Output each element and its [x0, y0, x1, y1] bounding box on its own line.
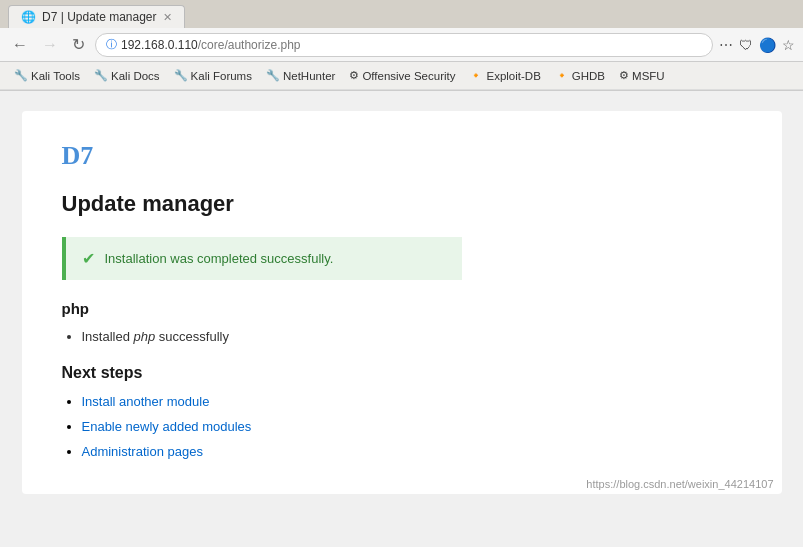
bookmarks-bar: 🔧 Kali Tools 🔧 Kali Docs 🔧 Kali Forums 🔧… [0, 62, 803, 90]
administration-pages-link[interactable]: Administration pages [82, 444, 203, 459]
module-section-title: php [62, 300, 742, 317]
shield-icon[interactable]: 🛡 [739, 37, 753, 53]
url-host: 192.168.0.110 [121, 38, 198, 52]
exploit-db-icon: 🔸 [469, 69, 483, 82]
bookmark-kali-tools-label: Kali Tools [31, 70, 80, 82]
tab-title: D7 | Update manager [42, 10, 157, 24]
bookmark-kali-docs-label: Kali Docs [111, 70, 160, 82]
reload-button[interactable]: ↻ [68, 33, 89, 56]
nethunter-icon: 🔧 [266, 69, 280, 82]
bookmark-kali-docs[interactable]: 🔧 Kali Docs [88, 67, 166, 84]
bookmark-kali-tools[interactable]: 🔧 Kali Tools [8, 67, 86, 84]
tab-close-icon[interactable]: ✕ [163, 11, 172, 24]
site-logo: D7 [62, 141, 742, 171]
bookmark-offensive-security-label: Offensive Security [362, 70, 455, 82]
success-box: ✔ Installation was completed successfull… [62, 237, 462, 280]
kali-tools-icon: 🔧 [14, 69, 28, 82]
kali-docs-icon: 🔧 [94, 69, 108, 82]
browser-chrome: 🌐 D7 | Update manager ✕ ← → ↻ ⓘ 192.168.… [0, 0, 803, 91]
install-list: Installed php successfully [82, 325, 742, 348]
ghdb-icon: 🔸 [555, 69, 569, 82]
url-path: /core/authorize.php [198, 38, 301, 52]
content-card: D7 Update manager ✔ Installation was com… [22, 111, 782, 494]
star-icon[interactable]: ☆ [782, 37, 795, 53]
active-tab[interactable]: 🌐 D7 | Update manager ✕ [8, 5, 185, 28]
installed-text-pre: Installed [82, 329, 134, 344]
enable-modules-link[interactable]: Enable newly added modules [82, 419, 252, 434]
address-bar: ← → ↻ ⓘ 192.168.0.110 /core/authorize.ph… [0, 28, 803, 62]
list-item: Enable newly added modules [82, 415, 742, 440]
profile-icon[interactable]: 🔵 [759, 37, 776, 53]
list-item: Administration pages [82, 440, 742, 465]
tab-bar: 🌐 D7 | Update manager ✕ [0, 0, 803, 28]
url-bar[interactable]: ⓘ 192.168.0.110 /core/authorize.php [95, 33, 713, 57]
menu-icon[interactable]: ⋯ [719, 37, 733, 53]
next-steps-title: Next steps [62, 364, 742, 382]
bookmark-ghdb-label: GHDB [572, 70, 605, 82]
installed-module-name: php [134, 329, 156, 344]
bookmark-exploit-db[interactable]: 🔸 Exploit-DB [463, 67, 546, 84]
forward-button[interactable]: → [38, 34, 62, 56]
page-background: D7 Update manager ✔ Installation was com… [0, 91, 803, 547]
bookmark-offensive-security[interactable]: ⚙ Offensive Security [343, 67, 461, 84]
offensive-security-icon: ⚙ [349, 69, 359, 82]
bookmark-msfu-label: MSFU [632, 70, 665, 82]
info-icon: ⓘ [106, 37, 117, 52]
bookmark-ghdb[interactable]: 🔸 GHDB [549, 67, 611, 84]
checkmark-icon: ✔ [82, 249, 95, 268]
bookmark-exploit-db-label: Exploit-DB [486, 70, 540, 82]
toolbar-icons: ⋯ 🛡 🔵 ☆ [719, 37, 795, 53]
install-another-module-link[interactable]: Install another module [82, 394, 210, 409]
installed-text-post: successfully [155, 329, 229, 344]
bookmark-msfu[interactable]: ⚙ MSFU [613, 67, 671, 84]
page-title: Update manager [62, 191, 742, 217]
tab-favicon: 🌐 [21, 10, 36, 24]
bookmark-nethunter-label: NetHunter [283, 70, 335, 82]
kali-forums-icon: 🔧 [174, 69, 188, 82]
steps-list: Install another module Enable newly adde… [82, 390, 742, 464]
success-message: Installation was completed successfully. [105, 251, 334, 266]
bookmark-nethunter[interactable]: 🔧 NetHunter [260, 67, 341, 84]
back-button[interactable]: ← [8, 34, 32, 56]
list-item: Install another module [82, 390, 742, 415]
status-bar-url: https://blog.csdn.net/weixin_44214107 [586, 478, 773, 490]
msfu-icon: ⚙ [619, 69, 629, 82]
install-list-item: Installed php successfully [82, 325, 742, 348]
bookmark-kali-forums[interactable]: 🔧 Kali Forums [168, 67, 258, 84]
bookmark-kali-forums-label: Kali Forums [191, 70, 252, 82]
